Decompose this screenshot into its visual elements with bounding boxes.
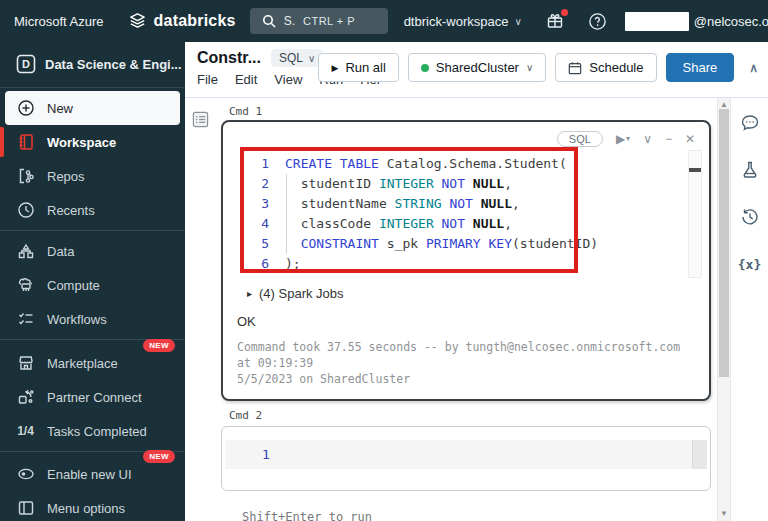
sidebar-item-recents[interactable]: Recents [0,193,185,227]
cell1-code: CREATE TABLE Catalog.Schema.Student( stu… [285,154,709,274]
sidebar-item-new[interactable]: New [5,91,180,125]
workflows-checklist-icon [16,310,35,328]
cell2-line-number: 1 [262,447,270,462]
variable-explorer-button[interactable]: {x} [739,253,761,275]
plus-circle-icon [16,99,35,117]
table-of-contents-button[interactable] [192,111,209,128]
code-cell-2[interactable]: 1 [221,426,711,491]
account-menu[interactable]: @nelcosec.onmicrosoft.com ∨ [625,12,768,31]
notebook-menubar: File Edit View Run Hel [197,72,306,87]
sidebar-divider [0,230,185,231]
play-icon: ▶ [331,63,338,73]
azure-databricks-window: Microsoft Azure databricks S. CTRL + P [0,0,768,521]
databricks-layers-icon [128,12,147,31]
sidebar-item-partner-connect[interactable]: Partner Connect [0,380,185,414]
workspace-switcher[interactable]: dtbrick-workspace ∨ [404,14,522,29]
compute-icon [16,276,35,294]
databricks-wordmark: databricks [154,12,236,30]
account-email-domain: @nelcosec.onmicrosoft.com [694,14,768,29]
notebook-title[interactable]: Constr... [197,49,261,67]
collapse-cell-button[interactable]: ∨ [643,133,652,145]
sql-code-editor[interactable]: 123456 CREATE TABLE Catalog.Schema.Stude… [223,150,709,278]
whats-new-button[interactable] [546,12,564,30]
toggle-eye-icon [16,465,35,483]
cell1-label: Cmd 1 [229,105,717,118]
cell2-label: Cmd 2 [229,409,717,422]
sidebar-item-enable-new-ui[interactable]: NEW Enable new UI [0,457,185,491]
cell-language-badge[interactable]: SQL [557,131,603,147]
language-selector[interactable]: SQL ∨ [271,49,323,67]
hint-run: Shift+Enter to run [242,508,717,521]
play-icon: ▶ [616,133,625,145]
persona-icon: D [16,54,36,74]
schedule-button[interactable]: Schedule [555,53,656,82]
microsoft-azure-logo[interactable]: Microsoft Azure [14,14,104,29]
cell1-results: ▸ (4) Spark Jobs OK Command took 37.55 s… [223,278,709,399]
experiments-flask-icon[interactable] [739,159,761,181]
main-panel: Constr... SQL ∨ File Edit View Run Hel ▶ [185,42,768,521]
editor-scrollbar[interactable] [688,150,702,278]
chevron-down-icon: ∨ [308,53,315,64]
cell1-gutter: 123456 [243,154,269,274]
editor-scrollbar-thumb [689,168,701,172]
menu-view[interactable]: View [274,72,302,87]
data-hierarchy-icon [16,242,35,260]
partner-connect-icon [16,388,35,406]
collapse-header-button[interactable]: ∧ [749,61,758,75]
scrollbar-thumb[interactable] [719,109,729,377]
cell1-toolbar: SQL ▶ ▾ ∨ − ✕ [223,122,709,150]
right-icon-rail: {x} [731,98,768,521]
marketplace-icon [16,354,35,372]
spark-jobs-disclosure[interactable]: ▸ (4) Spark Jobs [237,282,695,305]
sidebar: D Data Science & Engi... ▾ New [0,42,185,521]
variable-explorer-icon: {x} [738,257,761,272]
persona-label: Data Science & Engi... [45,57,182,72]
cell2-editor-line: 1 [225,440,707,469]
command-info-line1: Command took 37.55 seconds -- by tungth@… [237,339,695,371]
sidebar-item-compute[interactable]: Compute [0,268,185,302]
comments-button[interactable] [739,112,761,134]
sidebar-item-tasks-completed[interactable]: 1/4 Tasks Completed [0,414,185,448]
active-indicator [0,127,4,157]
command-info-line2: 5/5/2023 on SharedCluster [237,371,695,387]
indent-guide [286,174,287,254]
main-scrollbar[interactable]: ▲ ▼ [717,98,731,521]
persona-switcher[interactable]: D Data Science & Engi... ▾ [0,42,185,84]
search-text: S. [284,14,295,28]
delete-cell-button[interactable]: ✕ [685,133,695,145]
help-button[interactable] [588,12,607,31]
sidebar-item-marketplace[interactable]: NEW Marketplace [0,346,185,380]
cluster-selector[interactable]: SharedCluster ∨ [408,53,546,82]
cluster-status-dot [421,64,429,72]
sidebar-item-repos[interactable]: Repos [0,159,185,193]
sidebar-item-workspace[interactable]: Workspace [0,125,185,159]
sidebar-item-menu-options[interactable]: Menu options [0,491,185,521]
search-input[interactable]: S. CTRL + P [250,8,388,34]
menu-file[interactable]: File [197,72,218,87]
spark-jobs-label: (4) Spark Jobs [259,286,344,301]
chevron-down-icon: ∨ [526,62,533,73]
share-button[interactable]: Share [666,53,735,82]
triangle-right-icon: ▸ [247,288,252,299]
minimize-cell-button[interactable]: − [665,133,672,145]
menu-edit[interactable]: Edit [235,72,257,87]
sidebar-item-data[interactable]: Data [0,234,185,268]
keyboard-hints: Shift+Enter to run Shift+Ctrl+Enter to r… [242,508,717,521]
cell2-scrollbar [692,440,707,469]
notebook-content: Cmd 1 SQL ▶ ▾ ∨ − ✕ 123456 [185,98,768,521]
sidebar-item-workflows[interactable]: Workflows [0,302,185,336]
new-badge: NEW [143,339,175,352]
run-cell-button[interactable]: ▶ ▾ [616,133,630,145]
search-shortcut: CTRL + P [303,15,355,27]
revision-history-icon[interactable] [739,206,761,228]
top-bar: Microsoft Azure databricks S. CTRL + P [0,0,768,42]
run-all-button[interactable]: ▶ Run all [318,53,398,82]
redacted-username [625,12,689,31]
workspace-notebook-icon [16,133,35,151]
scroll-up-arrow[interactable]: ▲ [718,100,730,109]
clock-icon [16,201,35,219]
search-icon [262,14,276,28]
chevron-down-icon: ∨ [514,16,521,27]
scroll-down-arrow[interactable]: ▼ [718,509,730,518]
databricks-logo[interactable]: databricks [128,12,236,31]
